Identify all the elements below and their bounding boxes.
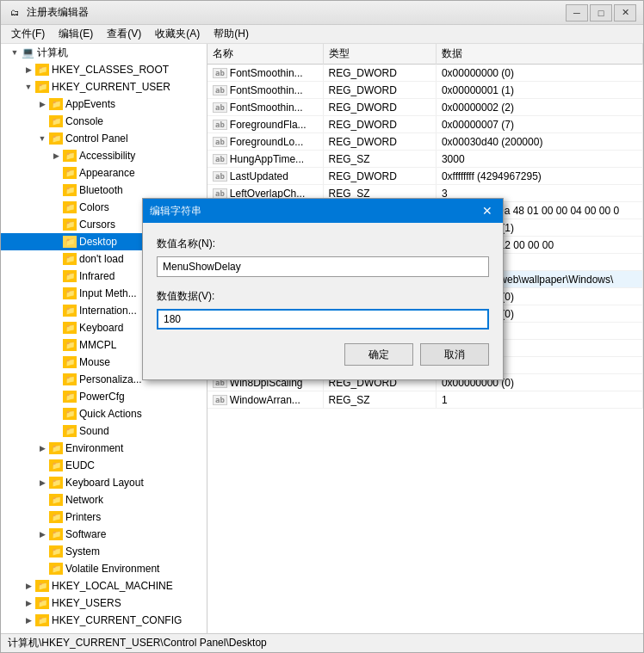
name-input[interactable] <box>157 256 489 277</box>
dialog-title: 编辑字符串 <box>150 204 479 219</box>
data-label: 数值数据(V): <box>157 289 489 304</box>
name-label: 数值名称(N): <box>157 237 489 251</box>
edit-string-dialog: 编辑字符串 ✕ 数值名称(N): 数值数据(V): 确定 取消 <box>142 198 504 380</box>
dialog-body: 数值名称(N): 数值数据(V): 确定 取消 <box>143 223 503 379</box>
data-input[interactable] <box>157 309 489 330</box>
dialog-overlay: 编辑字符串 ✕ 数值名称(N): 数值数据(V): 确定 取消 <box>0 0 644 653</box>
dialog-title-bar: 编辑字符串 ✕ <box>143 199 503 223</box>
dialog-close-button[interactable]: ✕ <box>479 202 496 219</box>
dialog-buttons: 确定 取消 <box>157 343 489 366</box>
cancel-button[interactable]: 取消 <box>420 343 489 366</box>
ok-button[interactable]: 确定 <box>344 343 413 366</box>
